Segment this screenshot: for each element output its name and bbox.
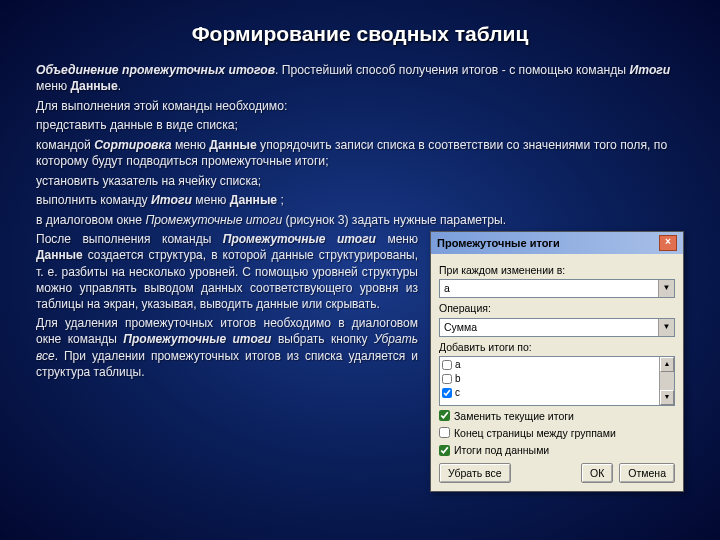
chevron-down-icon[interactable]: ▼ [658,319,674,336]
combo-change[interactable]: a ▼ [439,279,675,298]
ok-button[interactable]: ОК [581,463,613,483]
list-item[interactable]: c [442,386,657,400]
label-change: При каждом изменении в: [439,263,675,277]
field-checkbox[interactable] [442,374,452,384]
slide-title: Формирование сводных таблиц [36,22,684,46]
field-checkbox[interactable] [442,360,452,370]
dialog-title: Промежуточные итоги [437,236,560,251]
dialog-titlebar[interactable]: Промежуточные итоги × [431,232,683,254]
lower-para-2: Для удаления промежуточных итогов необхо… [36,315,418,380]
close-icon[interactable]: × [659,235,677,251]
cancel-button[interactable]: Отмена [619,463,675,483]
remove-all-button[interactable]: Убрать все [439,463,511,483]
subtotals-dialog: Промежуточные итоги × При каждом изменен… [430,231,684,492]
scrollbar[interactable]: ▲ ▼ [659,357,674,405]
para-6: выполнить команду Итоги меню Данные ; [36,192,684,208]
combo-operation[interactable]: Сумма ▼ [439,318,675,337]
label-addtotals: Добавить итоги по: [439,340,675,354]
list-item[interactable]: b [442,372,657,386]
para-1: Объединение промежуточных итогов. Просте… [36,62,684,95]
list-item[interactable]: a [442,358,657,372]
scroll-up-icon[interactable]: ▲ [660,357,674,372]
checkbox-pagebreak[interactable]: Конец страницы между группами [439,426,675,440]
body-text: Объединение промежуточных итогов. Просте… [36,62,684,492]
chevron-down-icon[interactable]: ▼ [658,280,674,297]
listbox-fields[interactable]: a b c ▲ ▼ [439,356,675,406]
para-3: представить данные в виде списка; [36,117,684,133]
label-operation: Операция: [439,301,675,315]
checkbox-replace[interactable]: Заменить текущие итоги [439,409,675,423]
lower-para-1: После выполнения команды Промежуточные и… [36,231,418,312]
para-2: Для выполнения этой команды необходимо: [36,98,684,114]
para-4: командой Сортировка меню Данные упорядоч… [36,137,684,170]
field-checkbox[interactable] [442,388,452,398]
checkbox-below[interactable]: Итоги под данными [439,443,675,457]
scroll-down-icon[interactable]: ▼ [660,390,674,405]
lower-text: После выполнения команды Промежуточные и… [36,231,418,492]
para-5: установить указатель на ячейку списка; [36,173,684,189]
para-7: в диалоговом окне Промежуточные итоги (р… [36,212,684,228]
